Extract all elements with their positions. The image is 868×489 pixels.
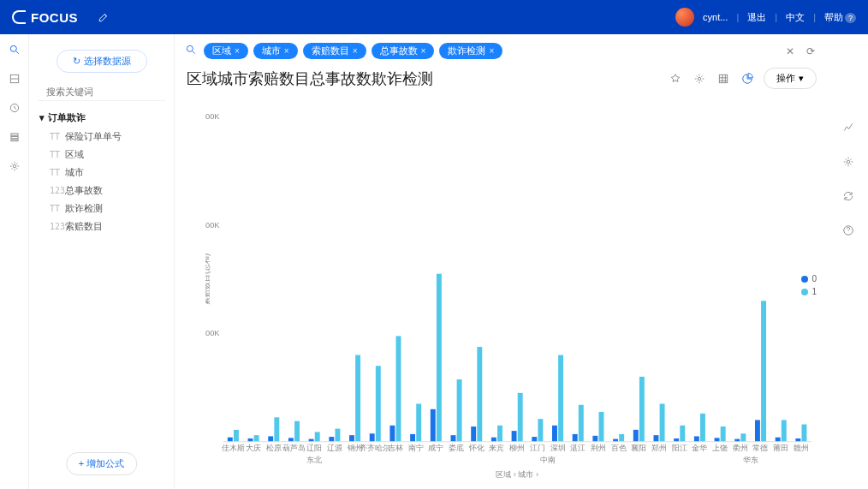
logout-link[interactable]: 退出 [747, 11, 766, 24]
history-nav-icon[interactable] [8, 101, 21, 115]
bar[interactable] [512, 431, 517, 442]
pill-remove-icon[interactable]: × [284, 46, 289, 56]
bar[interactable] [491, 438, 496, 442]
bar[interactable] [639, 377, 645, 442]
bar[interactable] [558, 355, 563, 442]
bar[interactable] [376, 366, 381, 442]
bar[interactable] [721, 426, 726, 442]
bar[interactable] [370, 433, 375, 441]
chart-help-icon[interactable] [841, 223, 856, 238]
username[interactable]: cynt... [703, 12, 728, 22]
bar[interactable] [335, 429, 340, 442]
operations-button[interactable]: 操作▾ [764, 68, 817, 89]
bar[interactable] [700, 414, 705, 442]
pill-remove-icon[interactable]: × [421, 46, 426, 56]
legend-item[interactable]: 0 [801, 274, 817, 283]
bar[interactable] [431, 409, 436, 442]
bar[interactable] [274, 417, 279, 441]
bar[interactable] [674, 438, 679, 442]
data-nav-icon[interactable] [8, 130, 21, 144]
query-pill[interactable]: 区域× [204, 43, 248, 59]
bar[interactable] [416, 403, 421, 441]
bar[interactable] [573, 434, 578, 442]
bar[interactable] [329, 437, 334, 442]
table-view-icon[interactable] [716, 71, 731, 86]
chart-type-icon[interactable] [841, 120, 856, 135]
bar[interactable] [755, 420, 760, 441]
bar[interactable] [653, 435, 658, 442]
query-pill[interactable]: 城市× [253, 43, 298, 59]
bar[interactable] [660, 403, 665, 441]
field-search-input[interactable] [46, 86, 164, 97]
compose-icon[interactable] [93, 7, 114, 27]
field-item[interactable]: 123索赔数目 [38, 218, 165, 236]
bar[interactable] [228, 438, 233, 442]
avatar[interactable] [675, 8, 694, 27]
bar[interactable] [579, 405, 584, 442]
language-link[interactable]: 中文 [786, 11, 805, 24]
bar[interactable] [694, 436, 699, 441]
query-pill[interactable]: 欺诈检测× [439, 43, 502, 59]
bar[interactable] [497, 426, 502, 442]
settings-icon[interactable] [692, 71, 707, 86]
field-item[interactable]: TT欺诈检测 [38, 200, 165, 218]
query-search-icon[interactable] [185, 44, 197, 59]
select-datasource-button[interactable]: ↻选择数据源 [56, 50, 147, 73]
bar[interactable] [294, 421, 300, 442]
bar[interactable] [776, 438, 781, 442]
bar[interactable] [795, 438, 800, 442]
bar[interactable] [592, 436, 597, 442]
bar[interactable] [410, 434, 415, 442]
bar[interactable] [599, 412, 604, 442]
query-pill[interactable]: 索赔数目× [303, 43, 366, 59]
bar[interactable] [782, 420, 787, 441]
field-item[interactable]: TT城市 [38, 164, 165, 182]
bar[interactable] [268, 436, 273, 441]
bar[interactable] [355, 355, 360, 442]
bar[interactable] [538, 419, 543, 442]
add-formula-button[interactable]: + 增加公式 [66, 452, 137, 475]
bar[interactable] [619, 434, 624, 442]
bar[interactable] [633, 430, 639, 442]
bar[interactable] [740, 433, 746, 441]
bar[interactable] [761, 301, 766, 441]
field-search[interactable] [38, 83, 165, 101]
settings-nav-icon[interactable] [8, 159, 21, 173]
bar[interactable] [715, 438, 720, 441]
pin-icon[interactable] [668, 71, 683, 86]
refresh-query-icon[interactable]: ⟳ [803, 45, 818, 57]
bar[interactable] [518, 393, 523, 442]
bar[interactable] [532, 437, 537, 442]
bar[interactable] [396, 336, 401, 441]
bar[interactable] [389, 426, 395, 442]
category-header[interactable]: ▾订单欺诈 [38, 108, 165, 128]
bar[interactable] [471, 426, 476, 442]
bar[interactable] [248, 438, 253, 442]
bar[interactable] [680, 426, 685, 442]
pill-remove-icon[interactable]: × [235, 46, 240, 56]
field-item[interactable]: 123总事故数 [38, 182, 165, 200]
bar[interactable] [801, 425, 806, 442]
bar[interactable] [457, 379, 462, 442]
bar[interactable] [477, 347, 482, 442]
bar[interactable] [254, 435, 259, 442]
query-pill[interactable]: 总事故数× [372, 43, 435, 59]
field-item[interactable]: TT保险订单单号 [38, 128, 165, 146]
board-nav-icon[interactable] [8, 72, 21, 86]
pill-remove-icon[interactable]: × [489, 46, 494, 56]
bar[interactable] [315, 432, 320, 441]
bar[interactable] [234, 430, 239, 442]
bar[interactable] [437, 274, 442, 442]
legend-item[interactable]: 1 [801, 287, 817, 296]
chart-settings-icon[interactable] [841, 154, 856, 170]
clear-query-icon[interactable]: ✕ [782, 45, 798, 57]
pill-remove-icon[interactable]: × [353, 46, 358, 56]
bar[interactable] [288, 438, 294, 441]
chart-view-icon[interactable] [740, 71, 755, 86]
field-item[interactable]: TT区域 [38, 146, 165, 164]
bar[interactable] [451, 435, 456, 442]
bar[interactable] [552, 426, 557, 442]
chart-refresh-icon[interactable] [841, 188, 856, 204]
bar[interactable] [349, 435, 354, 442]
help-link[interactable]: 帮助? [824, 11, 856, 24]
